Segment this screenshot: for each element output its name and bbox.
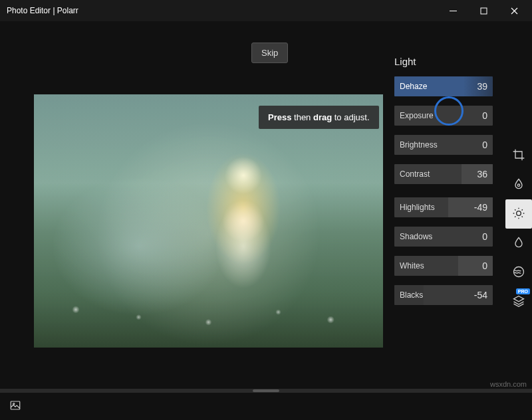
effects-tool[interactable] <box>505 229 532 258</box>
slider-label: Shadows <box>394 232 432 241</box>
hint-circle-icon <box>434 96 464 126</box>
svg-rect-4 <box>11 401 20 409</box>
slider-value: 0 <box>482 110 487 121</box>
slider-brightness[interactable]: Brightness 0 <box>394 135 493 155</box>
slider-label: Brightness <box>394 140 438 150</box>
slider-blacks[interactable]: Blacks -54 <box>394 285 493 305</box>
panel-title: Light <box>394 56 416 67</box>
maximize-button[interactable] <box>468 0 499 21</box>
slider-highlights[interactable]: Highlights -49 <box>394 197 493 217</box>
slider-dehaze[interactable]: Dehaze 39 <box>394 76 493 96</box>
slider-label: Exposure <box>394 111 434 120</box>
slider-value: 0 <box>482 140 487 150</box>
slider-contrast[interactable]: Contrast 36 <box>394 164 493 184</box>
water-icon <box>512 236 525 251</box>
color-tool[interactable] <box>505 170 532 199</box>
svg-point-3 <box>514 266 524 276</box>
slider-label: Contrast <box>394 169 430 179</box>
slider-value: 39 <box>477 81 487 92</box>
crop-icon <box>512 148 525 163</box>
tooltip-press: Press <box>268 112 291 122</box>
svg-point-2 <box>517 211 521 215</box>
skip-button[interactable]: Skip <box>251 43 288 63</box>
svg-rect-0 <box>481 8 487 14</box>
slider-value: -49 <box>474 202 487 213</box>
droplet-icon <box>512 177 525 193</box>
slider-shadows[interactable]: Shadows 0 <box>394 227 493 247</box>
window-title: Photo Editor | Polarr <box>7 6 78 15</box>
slider-label: Dehaze <box>394 82 427 91</box>
tool-strip: PRO <box>505 141 532 316</box>
svg-point-5 <box>13 403 15 405</box>
minimize-button[interactable] <box>438 0 468 21</box>
photo-canvas[interactable] <box>34 94 383 348</box>
slider-label: Highlights <box>394 203 435 212</box>
layers-icon <box>512 294 525 310</box>
slider-value: 36 <box>477 169 487 179</box>
close-button[interactable] <box>499 0 529 21</box>
wave-icon <box>512 265 525 280</box>
editor-content: Skip Light Press then drag to adjust. De… <box>0 21 532 392</box>
watermark: wsxdn.com <box>490 380 527 388</box>
slider-value: -54 <box>474 290 487 300</box>
crop-tool[interactable] <box>505 141 532 170</box>
light-tool[interactable] <box>505 199 532 229</box>
texture-tool[interactable] <box>505 258 532 287</box>
slider-value: 0 <box>482 231 487 242</box>
slider-label: Blacks <box>394 290 423 300</box>
slider-label: Whites <box>394 261 424 270</box>
image-icon[interactable] <box>9 399 21 413</box>
onboarding-tooltip: Press then drag to adjust. <box>259 106 379 129</box>
svg-point-1 <box>517 184 519 186</box>
slider-value: 0 <box>482 261 487 271</box>
pro-badge: PRO <box>516 288 530 294</box>
drag-handle[interactable] <box>253 389 279 392</box>
titlebar: Photo Editor | Polarr <box>0 0 532 21</box>
bottom-bar <box>0 392 532 420</box>
slider-whites[interactable]: Whites 0 <box>394 256 493 276</box>
sun-icon <box>512 207 525 222</box>
tooltip-drag: drag <box>313 112 332 122</box>
